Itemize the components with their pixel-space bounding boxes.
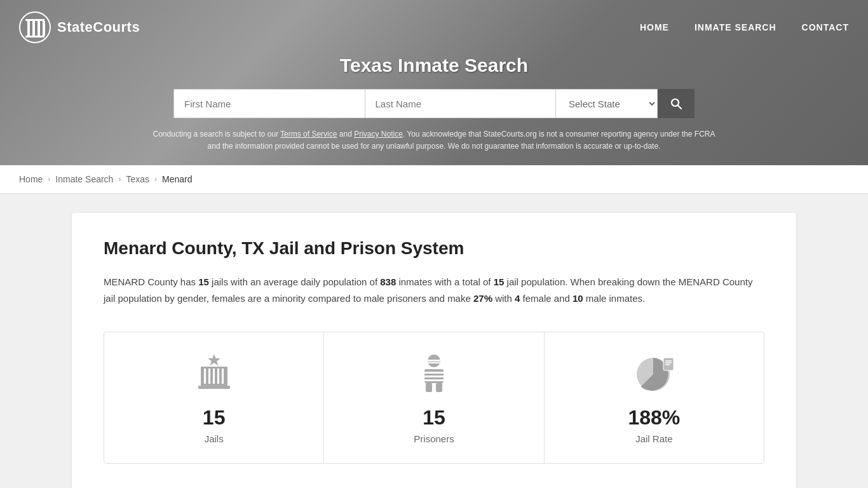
svg-rect-6 [43,21,45,36]
desc-total-pop: 15 [494,276,505,287]
desc-pct: 27% [473,293,492,304]
breadcrumb-inmate-search[interactable]: Inmate Search [55,174,113,184]
logo-icon [19,11,51,43]
terms-link[interactable]: Terms of Service [280,130,337,139]
svg-rect-2 [25,19,44,21]
svg-rect-12 [208,369,210,384]
logo[interactable]: StateCourts [19,11,140,43]
svg-rect-24 [426,383,432,392]
state-select[interactable]: Select State AlabamaAlaskaArizona Arkans… [555,89,658,118]
breadcrumb: Home › Inmate Search › Texas › Menard [0,165,868,194]
prisoners-number: 15 [423,406,445,430]
stats-row: 15 Jails [104,332,764,464]
jail-icon [192,351,236,396]
prisoners-label: Prisoners [414,433,454,444]
stat-prisoners: 15 Prisoners [324,332,544,463]
disclaimer: Conducting a search is subject to our Te… [148,128,720,152]
desc-mid2: inmates with a total of [396,276,493,287]
contact-link[interactable]: CONTACT [802,22,849,32]
search-bar: Select State AlabamaAlaskaArizona Arkans… [173,89,695,118]
jails-number: 15 [203,406,226,430]
svg-rect-22 [424,376,444,377]
desc-intro: MENARD County has [104,276,198,287]
svg-rect-5 [37,21,40,36]
home-link[interactable]: HOME [640,22,669,32]
desc-avg-pop: 838 [380,276,396,287]
svg-rect-21 [424,372,444,374]
svg-rect-27 [663,358,674,370]
jails-label: Jails [205,433,224,444]
desc-mid4: with [492,293,515,304]
svg-line-8 [678,105,682,109]
prisoner-icon [412,351,456,396]
breadcrumb-sep-1: › [48,175,50,184]
search-icon [670,97,682,110]
disclaimer-and: and [337,130,354,139]
content-card: Menard County, TX Jail and Prison System… [72,213,796,488]
breadcrumb-home[interactable]: Home [19,174,43,184]
breadcrumb-sep-2: › [118,175,121,184]
page-title: Texas Inmate Search [13,55,855,76]
stat-jails: 15 Jails [104,332,324,463]
breadcrumb-sep-3: › [154,175,157,184]
privacy-link[interactable]: Privacy Notice [354,130,403,139]
desc-mid1: jails with an average daily population o… [209,276,380,287]
search-button[interactable] [658,89,695,118]
svg-rect-3 [27,21,30,36]
inmate-search-link[interactable]: INMATE SEARCH [695,22,776,32]
county-title: Menard County, TX Jail and Prison System [104,238,764,259]
nav-bar: StateCourts HOME INMATE SEARCH CONTACT [0,0,868,55]
svg-rect-25 [436,383,442,392]
svg-rect-19 [428,362,440,363]
search-section: Texas Inmate Search Select State Alabama… [0,55,868,165]
breadcrumb-current: Menard [162,174,192,184]
svg-rect-23 [424,379,444,381]
disclaimer-intro: Conducting a search is subject to our [153,130,281,139]
first-name-input[interactable] [173,89,365,118]
svg-rect-14 [217,369,219,384]
svg-rect-4 [32,21,35,36]
svg-marker-9 [208,354,220,366]
svg-rect-18 [428,360,440,362]
svg-rect-11 [204,369,206,384]
desc-mid5: female and [520,293,573,304]
jail-rate-label: Jail Rate [635,433,672,444]
stat-jail-rate: 188% Jail Rate [545,332,764,463]
svg-rect-1 [25,36,44,37]
desc-end: male inmates. [583,293,646,304]
county-description: MENARD County has 15 jails with an avera… [104,274,764,306]
breadcrumb-state[interactable]: Texas [126,174,149,184]
svg-rect-13 [213,369,215,384]
desc-male-count: 10 [573,293,583,304]
main-content: Menard County, TX Jail and Prison System… [59,213,809,488]
last-name-input[interactable] [365,89,556,118]
nav-links: HOME INMATE SEARCH CONTACT [640,22,849,32]
rate-icon [632,351,676,396]
logo-text: StateCourts [57,19,140,36]
jail-rate-number: 188% [628,406,680,430]
desc-jails-count: 15 [198,276,209,287]
header: StateCourts HOME INMATE SEARCH CONTACT T… [0,0,868,165]
svg-rect-15 [222,369,224,384]
svg-rect-16 [198,386,230,389]
